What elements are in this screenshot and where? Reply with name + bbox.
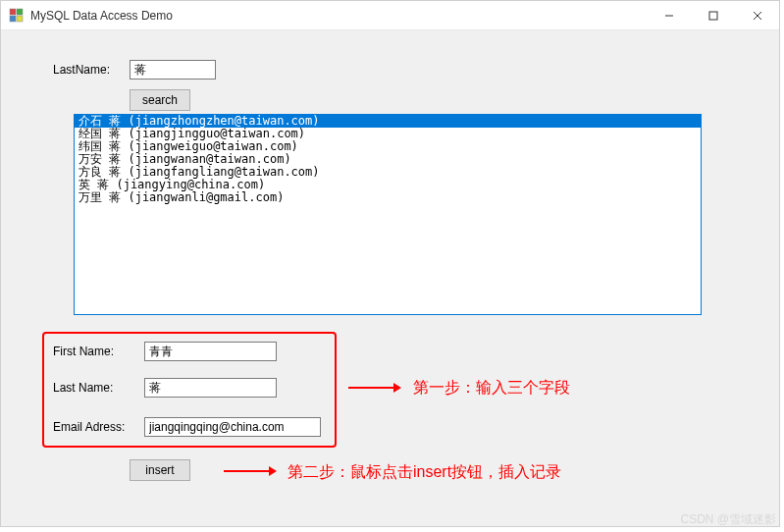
titlebar: MySQL Data Access Demo bbox=[1, 1, 779, 30]
svg-rect-0 bbox=[10, 9, 16, 15]
svg-rect-3 bbox=[17, 16, 23, 22]
svg-marker-9 bbox=[393, 383, 401, 393]
insert-button[interactable]: insert bbox=[130, 459, 190, 481]
form-lastname-label: Last Name: bbox=[53, 381, 113, 395]
annotation-step1: 第一步：输入三个字段 bbox=[413, 378, 570, 399]
lastname-input[interactable] bbox=[130, 60, 216, 80]
svg-rect-1 bbox=[17, 9, 23, 15]
svg-rect-5 bbox=[709, 12, 717, 20]
lastname-label: LastName: bbox=[53, 63, 110, 77]
arrow-icon bbox=[344, 379, 403, 397]
window-controls bbox=[647, 1, 779, 30]
annotation-step2: 第二步：鼠标点击insert按钮，插入记录 bbox=[287, 462, 561, 483]
watermark: CSDN @雪域迷影 bbox=[680, 511, 776, 528]
client-area: LastName: search 介石 蒋 (jiangzhongzhen@ta… bbox=[1, 30, 779, 526]
arrow-icon bbox=[220, 462, 279, 480]
firstname-label: First Name: bbox=[53, 345, 114, 358]
email-label: Email Adress: bbox=[53, 420, 125, 434]
close-button[interactable] bbox=[735, 1, 779, 30]
firstname-input[interactable] bbox=[144, 342, 277, 361]
search-button[interactable]: search bbox=[130, 89, 190, 111]
svg-rect-2 bbox=[10, 16, 16, 22]
minimize-button[interactable] bbox=[647, 1, 691, 30]
form-lastname-input[interactable] bbox=[144, 378, 277, 398]
app-window: MySQL Data Access Demo LastName: search … bbox=[0, 0, 780, 527]
svg-marker-11 bbox=[269, 466, 277, 476]
list-item[interactable]: 万里 蒋 (jiangwanli@gmail.com) bbox=[75, 191, 701, 204]
window-title: MySQL Data Access Demo bbox=[30, 9, 173, 23]
maximize-button[interactable] bbox=[691, 1, 735, 30]
results-listbox[interactable]: 介石 蒋 (jiangzhongzhen@taiwan.com) 经国 蒋 (j… bbox=[74, 114, 702, 315]
app-icon bbox=[9, 8, 25, 24]
email-input[interactable] bbox=[144, 417, 321, 437]
